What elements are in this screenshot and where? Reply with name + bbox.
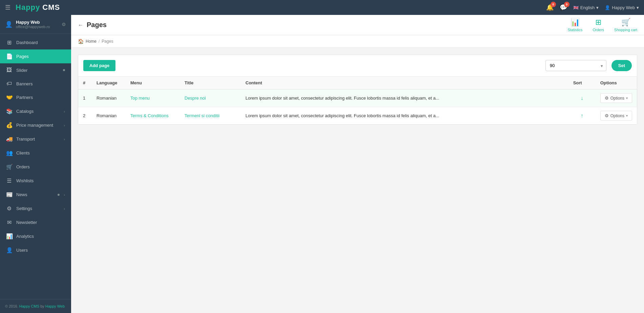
sidebar-item-wishlists[interactable]: ☰ Wishlists — [0, 174, 71, 188]
footer-link-company[interactable]: Happy Web — [45, 304, 65, 308]
clients-icon: 👥 — [6, 150, 12, 156]
page-title: Pages — [87, 21, 107, 29]
sidebar-item-orders[interactable]: 🛒 Orders — [0, 160, 71, 174]
user-label: Happy Web — [612, 5, 635, 10]
orders-action[interactable]: ⊞ Orders — [593, 18, 604, 32]
messages-badge: 0 — [564, 2, 570, 7]
sidebar-item-users[interactable]: 👤 Users — [0, 243, 71, 257]
sidebar-item-slider[interactable]: 🖼 Slider — [0, 63, 71, 77]
sidebar-item-label: Wishlists — [16, 178, 65, 183]
catalogs-icon: 📚 — [6, 108, 12, 114]
shopping-cart-label: Shopping cart — [614, 28, 637, 32]
sidebar-user: 👤 Happy Web office@happyweb.ro ⚙ — [0, 15, 71, 34]
sidebar-item-dashboard[interactable]: ⊞ Dashboard — [0, 36, 71, 49]
per-page-select-wrapper: 10 25 50 90 100 — [545, 60, 606, 71]
sidebar-user-name: Happy Web — [16, 20, 58, 25]
sidebar-item-banners[interactable]: 🏷 Banners — [0, 77, 71, 90]
sidebar-item-newsletter[interactable]: ✉ Newsletter — [0, 215, 71, 229]
sidebar-item-label: Newsletter — [16, 220, 65, 225]
statistics-action[interactable]: 📊 Statistics — [567, 18, 582, 32]
col-header-options: Options — [596, 77, 637, 89]
chevron-right-icon: › — [64, 193, 65, 197]
news-dot — [58, 194, 60, 196]
home-icon: 🏠 — [78, 39, 84, 44]
sidebar-item-label: Analytics — [16, 234, 65, 239]
table-body: 1 Romanian Top menu Despre noi Lorem ips… — [78, 89, 637, 125]
notifications-button[interactable]: 🔔 0 — [546, 4, 554, 11]
sidebar-item-clients[interactable]: 👥 Clients — [0, 146, 71, 160]
footer-copyright: © 2016. — [5, 304, 18, 308]
table-toolbar: Add page 10 25 50 90 100 Set — [78, 55, 637, 77]
sidebar-item-transport[interactable]: 🚚 Transport › — [0, 132, 71, 146]
breadcrumb-home-link[interactable]: Home — [86, 39, 96, 44]
user-chevron-icon: ▾ — [637, 5, 639, 10]
sidebar-item-news[interactable]: 📰 News › — [0, 188, 71, 202]
breadcrumb: 🏠 Home / Pages — [71, 35, 644, 48]
cell-language: Romanian — [92, 89, 126, 107]
menu-link[interactable]: Terms & Conditions — [130, 113, 169, 118]
user-menu[interactable]: 👤 Happy Web ▾ — [605, 5, 639, 10]
sidebar-item-partners[interactable]: 🤝 Partners — [0, 90, 71, 104]
title-link[interactable]: Despre noi — [185, 96, 206, 101]
sidebar-nav: ⊞ Dashboard 📄 Pages 🖼 Slider 🏷 Banners 🤝… — [0, 34, 71, 299]
sidebar-item-settings[interactable]: ⚙ Settings › — [0, 202, 71, 215]
sidebar-item-label: Dashboard — [16, 40, 65, 45]
sidebar-user-info: Happy Web office@happyweb.ro — [16, 20, 58, 29]
back-button[interactable]: ← — [78, 22, 83, 28]
chevron-right-icon: › — [64, 123, 65, 127]
content-card: Add page 10 25 50 90 100 Set — [78, 55, 637, 125]
sidebar-item-label: Partners — [16, 95, 65, 100]
col-header-num: # — [78, 77, 92, 89]
sidebar-item-price-management[interactable]: 💰 Price management › — [0, 118, 71, 132]
page-title-row: ← Pages — [78, 21, 107, 29]
set-button[interactable]: Set — [611, 60, 632, 71]
sidebar-item-analytics[interactable]: 📊 Analytics — [0, 229, 71, 243]
messages-button[interactable]: 💬 0 — [560, 4, 567, 11]
title-link[interactable]: Termeni si conditii — [185, 113, 219, 118]
pages-icon: 📄 — [6, 53, 12, 60]
sidebar-item-label: Price management — [16, 123, 60, 128]
app-logo: Happy CMS — [16, 3, 60, 12]
lang-chevron-icon: ▾ — [596, 5, 599, 10]
logo-appy: appy — [21, 3, 40, 12]
cell-menu: Top menu — [126, 89, 180, 107]
gear-icon: ⚙ — [605, 113, 609, 118]
options-button[interactable]: ⚙ Options ▾ — [600, 93, 632, 103]
language-selector[interactable]: 🇬🇧 English ▾ — [573, 5, 599, 10]
sort-down-button[interactable]: ↓ — [581, 95, 583, 101]
analytics-icon: 📊 — [6, 233, 12, 239]
sidebar-item-label: Banners — [16, 81, 65, 86]
sidebar-item-label: Orders — [16, 164, 65, 169]
sidebar-footer: © 2016. Happy CMS by Happy Web — [0, 299, 71, 313]
col-header-sort: Sort — [568, 77, 596, 89]
sidebar-item-label: Clients — [16, 150, 65, 155]
settings-gear-icon[interactable]: ⚙ — [62, 22, 66, 27]
news-icon: 📰 — [6, 191, 12, 198]
cell-title: Termeni si conditii — [180, 107, 241, 125]
footer-by: by — [40, 304, 45, 308]
cell-menu: Terms & Conditions — [126, 107, 180, 125]
hamburger-menu[interactable]: ☰ — [5, 4, 10, 11]
breadcrumb-separator: / — [99, 39, 100, 44]
cell-num: 2 — [78, 107, 92, 125]
users-icon: 👤 — [6, 247, 12, 253]
sidebar-item-catalogs[interactable]: 📚 Catalogs › — [0, 104, 71, 118]
page-header: ← Pages 📊 Statistics ⊞ Orders 🛒 Shopping… — [71, 15, 644, 35]
sidebar-item-label: News — [16, 192, 53, 197]
footer-link-cms[interactable]: Happy CMS — [19, 304, 39, 308]
chevron-down-icon: ▾ — [626, 96, 628, 100]
options-button[interactable]: ⚙ Options ▾ — [600, 111, 632, 121]
sidebar-item-pages[interactable]: 📄 Pages — [0, 49, 71, 63]
sidebar-user-email: office@happyweb.ro — [16, 25, 58, 29]
wishlists-icon: ☰ — [6, 178, 12, 184]
layout: 👤 Happy Web office@happyweb.ro ⚙ ⊞ Dashb… — [0, 15, 644, 313]
sort-up-button[interactable]: ↑ — [581, 113, 583, 119]
cell-options: ⚙ Options ▾ — [596, 89, 637, 107]
menu-link[interactable]: Top menu — [130, 96, 150, 101]
shopping-cart-action[interactable]: 🛒 Shopping cart — [614, 18, 637, 32]
add-page-button[interactable]: Add page — [83, 60, 115, 71]
statistics-label: Statistics — [567, 28, 582, 32]
per-page-select[interactable]: 10 25 50 90 100 — [545, 60, 606, 71]
table-row: 1 Romanian Top menu Despre noi Lorem ips… — [78, 89, 637, 107]
gear-icon: ⚙ — [605, 96, 609, 101]
